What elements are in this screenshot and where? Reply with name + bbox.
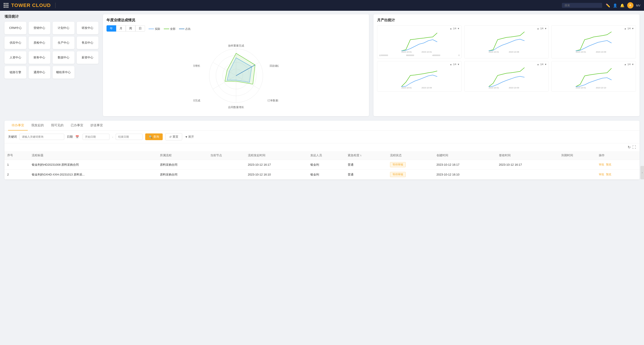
table-cell: 银金利	[308, 160, 345, 170]
col-header: 流程状态	[387, 151, 434, 160]
chart-nav-1[interactable]: ▲1/4▼	[450, 27, 460, 30]
table-cell: 审批预览	[596, 170, 640, 180]
table-toolbar: ↻ ⛶	[4, 143, 640, 151]
header-icons: ✏️ 👤 🔔 A MV	[606, 2, 641, 9]
legend-line	[148, 29, 154, 29]
date-start-input[interactable]	[82, 134, 110, 140]
col-header: 序号	[4, 151, 29, 160]
radar-tab-年[interactable]: 年	[106, 25, 116, 32]
table-cell	[559, 170, 596, 180]
radar-chart: 放样重量完成 回款确认 订单数量增长 合同数量增长 订单重量完成 放样数量增长	[194, 37, 278, 113]
legend-line	[164, 29, 169, 29]
status-badge: 等待审核	[390, 162, 406, 167]
table-cell: 2023-10-12 16:17	[245, 160, 308, 170]
side-handle[interactable]: ›	[640, 166, 644, 179]
table-cell: 银金利	[308, 170, 345, 180]
table-cell: 银金利的GXHD-XXH-20231013 原料采...	[29, 170, 157, 180]
avatar[interactable]: A	[627, 2, 634, 9]
keyword-input[interactable]	[20, 134, 64, 140]
project-card[interactable]: 财务中心	[29, 51, 50, 64]
action-link-审批[interactable]: 审批	[599, 173, 604, 176]
chart-nav-5[interactable]: ▲1/4▼	[537, 63, 547, 66]
project-card[interactable]: 售后中心	[77, 37, 99, 49]
svg-marker-11	[225, 53, 255, 84]
bell-icon[interactable]: 🔔	[620, 3, 624, 8]
action-link-预览[interactable]: 预览	[606, 163, 611, 166]
table-cell: 普通	[345, 160, 387, 170]
table-body: 1银金利的HD20231008 原料采购合同原料采购合同2023-10-12 1…	[4, 160, 640, 180]
refresh-button[interactable]: ↻	[628, 145, 630, 149]
project-card[interactable]: 通用中心	[29, 66, 50, 79]
table-header: 序号流程标题所属流程当前节点流程发起时间发起人员紧急程度⇅流程状态创建时间签收时…	[4, 151, 640, 160]
user-name: MV	[636, 4, 641, 7]
annual-perf-title: 年度业绩达成情况	[106, 18, 366, 23]
project-card[interactable]: 质检中心	[29, 37, 50, 49]
expand-button[interactable]: ▼ 展开	[185, 135, 194, 139]
chart-nav-4[interactable]: ▲1/4▼	[450, 63, 460, 66]
project-card[interactable]: 计划中心	[52, 22, 74, 34]
grid-menu-icon[interactable]	[4, 3, 8, 8]
chart-nav-2[interactable]: ▲1/4▼	[537, 27, 547, 30]
radar-tab-月[interactable]: 月	[116, 25, 126, 32]
svg-text:2023-10-01: 2023-10-01	[402, 87, 412, 89]
calendar-icon: 📅	[76, 135, 79, 139]
project-card[interactable]: 薪资中心	[77, 51, 99, 64]
project-card[interactable]: 数据中心	[52, 51, 74, 64]
table-cell: 等待审核	[387, 160, 434, 170]
svg-text:2023-10-01: 2023-10-01	[576, 87, 586, 89]
project-card[interactable]: CRM中心	[4, 22, 26, 34]
svg-text:合同数量增长: 合同数量增长	[228, 106, 244, 109]
todo-tab-2[interactable]: 我可见的	[48, 121, 67, 131]
legend-item: 占比	[179, 27, 191, 31]
todo-tab-0[interactable]: 待办事宜	[8, 121, 28, 131]
annual-perf-panel: 年度业绩达成情况 年月周日 实际全部占比	[103, 14, 369, 116]
legend-item: 实际	[148, 27, 160, 31]
svg-text:回款确认: 回款确认	[270, 64, 278, 67]
user-icon[interactable]: 👤	[613, 3, 617, 8]
chart-nav-3[interactable]: ▲1/4▼	[624, 27, 634, 30]
action-link-预览[interactable]: 预览	[606, 173, 611, 176]
edit-icon[interactable]: ✏️	[606, 3, 610, 8]
project-card[interactable]: 生产中心	[52, 37, 74, 49]
header: TOWER CLOUD ✏️ 👤 🔔 A MV	[0, 0, 644, 11]
sort-icon[interactable]: ⇅	[360, 154, 362, 157]
table-cell	[208, 160, 245, 170]
project-card[interactable]: 链路引擎	[4, 66, 26, 79]
mini-chart-4: ▲1/4▼ 2023-10-01 2023-10-09	[377, 61, 462, 92]
col-header: 流程标题	[29, 151, 157, 160]
date-end-input[interactable]	[116, 134, 142, 140]
header-right: ✏️ 👤 🔔 A MV	[562, 2, 641, 9]
svg-text:2023-10-10: 2023-10-10	[596, 87, 606, 89]
project-card[interactable]: 研发中心	[77, 22, 99, 34]
search-button[interactable]: 🔍 查询	[145, 133, 163, 140]
reset-button[interactable]: ↺ 重置	[165, 133, 182, 140]
project-card[interactable]: 供应中心	[4, 37, 26, 49]
todo-tab-4[interactable]: 抄送事宜	[87, 121, 106, 131]
fullscreen-button[interactable]: ⛶	[632, 145, 636, 149]
col-header: 到期时间	[559, 151, 596, 160]
table-cell	[208, 170, 245, 180]
todo-tab-3[interactable]: 已办事宜	[67, 121, 87, 131]
radar-tab-周[interactable]: 周	[126, 25, 136, 32]
svg-text:订单重量完成: 订单重量完成	[194, 99, 200, 102]
legend-label: 全部	[170, 27, 176, 31]
project-card[interactable]: 营销中心	[29, 22, 50, 34]
table-cell: 2023-10-12 16:10	[245, 170, 308, 180]
mini-chart-6: ▲1/4▼ 2023-10-01 2023-10-10	[551, 61, 636, 92]
svg-text:2023-10-01: 2023-10-01	[488, 87, 499, 89]
chart-nav-6[interactable]: ▲1/4▼	[624, 63, 634, 66]
todo-tab-1[interactable]: 我发起的	[28, 121, 48, 131]
col-header: 当前节点	[208, 151, 245, 160]
radar-tab-日[interactable]: 日	[136, 25, 145, 32]
project-card[interactable]: 人资中心	[4, 51, 26, 64]
action-link-审批[interactable]: 审批	[599, 163, 604, 166]
project-card[interactable]: 螺栓库中心	[52, 66, 74, 79]
date-separator: -	[112, 135, 113, 139]
table-cell: 2023-10-12 16:17	[496, 160, 559, 170]
search-icon: 🔍	[149, 135, 152, 139]
table-cell	[559, 160, 596, 170]
keyword-label: 关键词	[8, 135, 17, 139]
chevron-down-icon: ▼	[185, 135, 188, 139]
header-search-input[interactable]	[562, 3, 602, 8]
svg-text:放样数量增长: 放样数量增长	[194, 64, 200, 67]
